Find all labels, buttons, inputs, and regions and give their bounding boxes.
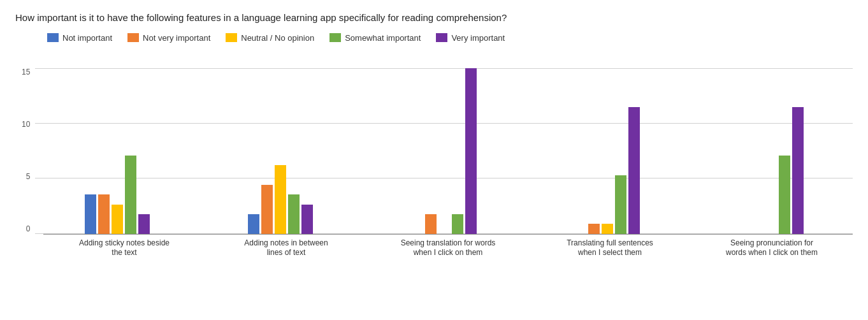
bar <box>275 165 286 233</box>
legend: Not importantNot very importantNeutral /… <box>47 33 853 43</box>
x-axis-label: Adding sticky notes besidethe text <box>43 238 205 258</box>
y-axis: 051015 <box>22 68 30 234</box>
groups-container <box>35 68 853 234</box>
legend-label: Somewhat important <box>345 33 421 43</box>
y-axis-label: 0 <box>26 225 31 233</box>
legend-item: Not important <box>47 33 112 43</box>
legend-swatch <box>329 33 341 42</box>
chart-container: How important is it to have the followin… <box>15 11 853 258</box>
bar <box>98 194 110 233</box>
bar <box>452 214 463 234</box>
bar <box>261 185 273 233</box>
bar <box>615 175 626 234</box>
legend-swatch <box>127 33 139 42</box>
y-axis-label: 15 <box>22 68 30 76</box>
y-axis-label: 5 <box>26 173 31 180</box>
bar-group <box>35 68 199 234</box>
bar-group <box>199 68 363 234</box>
bar <box>112 205 123 234</box>
bar <box>288 194 300 233</box>
bar <box>792 107 804 234</box>
legend-label: Not important <box>62 33 112 43</box>
bar <box>628 107 640 234</box>
bar <box>138 214 150 234</box>
bar-group <box>689 68 853 234</box>
bar <box>301 205 313 234</box>
legend-item: Neutral / No opinion <box>226 33 314 43</box>
legend-swatch <box>436 33 447 42</box>
x-axis-label: Seeing pronunciation forwords when I cli… <box>691 238 853 258</box>
legend-item: Not very important <box>127 33 210 43</box>
bar-group <box>362 68 526 234</box>
bar <box>85 194 96 233</box>
x-labels: Adding sticky notes besidethe textAdding… <box>43 238 853 258</box>
bar <box>602 224 613 233</box>
legend-item: Somewhat important <box>329 33 421 43</box>
legend-label: Neutral / No opinion <box>241 33 314 43</box>
chart-title: How important is it to have the followin… <box>15 11 853 24</box>
bar-group <box>526 68 690 234</box>
x-axis-label: Translating full sentenceswhen I select … <box>529 238 691 258</box>
bar <box>779 156 790 233</box>
legend-swatch <box>47 33 59 42</box>
x-axis-label: Adding notes in betweenlines of text <box>205 238 367 258</box>
bar <box>588 224 600 233</box>
legend-item: Very important <box>436 33 505 43</box>
y-axis-label: 10 <box>22 120 30 128</box>
x-axis-label: Seeing translation for wordswhen I click… <box>367 238 529 258</box>
chart-body <box>35 68 853 234</box>
chart-area: 051015 <box>22 49 853 234</box>
bar <box>425 214 437 234</box>
bar <box>248 214 259 234</box>
bar <box>465 68 477 234</box>
legend-label: Not very important <box>143 33 210 43</box>
bar <box>125 156 136 233</box>
legend-label: Very important <box>451 33 505 43</box>
legend-swatch <box>226 33 237 42</box>
